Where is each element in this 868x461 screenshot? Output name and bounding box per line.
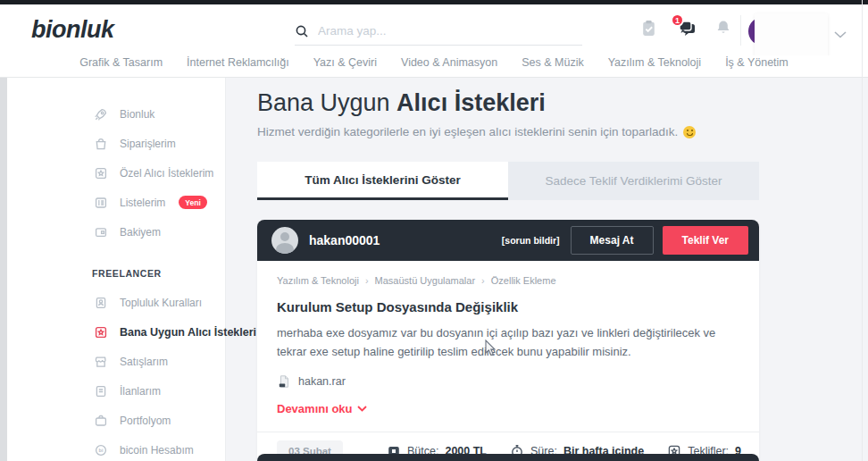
report-problem-link[interactable]: [sorun bildir] xyxy=(502,235,560,246)
sidebar-item-label: Özel Alıcı İsteklerim xyxy=(120,167,213,180)
yeni-badge: Yeni xyxy=(179,196,206,209)
make-offer-button[interactable]: Teklif Ver xyxy=(663,226,748,255)
search-bar[interactable] xyxy=(295,17,582,46)
briefcase-icon xyxy=(94,414,108,428)
sidebar-section-freelancer: FREELANCER xyxy=(92,268,225,279)
sidebar-item-bionluk[interactable]: Bionluk xyxy=(94,99,225,129)
next-request-card-peek[interactable] xyxy=(257,454,759,461)
person-badge-icon xyxy=(94,296,108,310)
nav-item-ses-muzik[interactable]: Ses & Müzik xyxy=(522,56,583,69)
request-description: merhaba exe dosyamız var bu dosyanın içi… xyxy=(277,323,739,362)
breadcrumb-item-subcategory[interactable]: Masaüstü Uygulamalar xyxy=(375,275,476,286)
sidebar-item-label: Topluluk Kuralları xyxy=(120,297,202,309)
sidebar-item-bakiyem[interactable]: Bakiyem xyxy=(94,217,225,247)
list-icon xyxy=(94,196,108,210)
breadcrumb: Yazılım & Teknoloji › Masaüstü Uygulamal… xyxy=(277,275,739,286)
sidebar-item-label: İlanlarım xyxy=(120,385,161,398)
search-icon xyxy=(295,24,309,38)
sidebar-item-siparislerim[interactable]: Siparişlerim xyxy=(94,129,225,158)
bag-icon xyxy=(94,137,108,151)
svg-text:bi: bi xyxy=(99,448,104,453)
sidebar-item-label: Portfolyom xyxy=(120,415,171,427)
smiley-emoji-icon: 😊 xyxy=(683,126,696,138)
nav-item-grafik-tasarim[interactable]: Grafik & Tasarım xyxy=(79,56,163,69)
star-square-icon xyxy=(94,166,108,180)
messages-icon[interactable]: 1 xyxy=(677,19,697,38)
tab-my-offers-only[interactable]: Sadece Teklif Verdiklerimi Göster xyxy=(508,162,759,200)
page-subtitle-text: Hizmet verdiğin kategorilerle en iyi eşl… xyxy=(257,125,678,138)
page-title: Bana Uygun Alıcı İstekleri xyxy=(257,89,759,117)
send-message-button[interactable]: Mesaj At xyxy=(571,226,654,255)
nav-item-yazilim-teknoloji[interactable]: Yazılım & Teknoloji xyxy=(608,56,701,69)
chevron-down-icon xyxy=(357,406,367,412)
rocket-icon xyxy=(94,107,108,122)
scrollbar-track[interactable] xyxy=(862,0,863,461)
nav-item-yazi-ceviri[interactable]: Yazı & Çeviri xyxy=(313,56,377,69)
mouse-cursor xyxy=(485,339,497,357)
sidebar-item-listelerim[interactable]: Listelerim Yeni xyxy=(94,188,225,217)
document-icon xyxy=(94,384,108,398)
page-subtitle: Hizmet verdiğin kategorilerle en iyi eşl… xyxy=(257,125,759,138)
account-chevron-down-icon[interactable] xyxy=(834,26,847,42)
sidebar-item-bicoin-hesabim[interactable]: bi bicoin Hesabım xyxy=(94,435,225,461)
nav-item-is-yonetim[interactable]: İş & Yönetim xyxy=(725,56,789,69)
page-title-regular: Bana Uygun xyxy=(257,89,396,116)
sidebar-item-ozel-alici-isteklerim[interactable]: Özel Alıcı İsteklerim xyxy=(94,158,225,188)
nav-item-internet-reklamciligi[interactable]: İnternet Reklamcılığı xyxy=(187,56,289,69)
main-content: Bana Uygun Alıcı İstekleri Hizmet verdiğ… xyxy=(257,78,759,461)
shop-icon xyxy=(94,355,108,369)
sidebar-item-label: Listelerim xyxy=(120,197,165,209)
tab-all-requests[interactable]: Tüm Alıcı İsteklerini Göster xyxy=(257,162,508,200)
attachment-row[interactable]: hakan.rar xyxy=(277,374,739,389)
tasks-icon[interactable] xyxy=(639,19,659,38)
request-card-header: hakan00001 [sorun bildir] Mesaj At Tekli… xyxy=(257,220,759,261)
sidebar-item-label: Bakiyem xyxy=(120,226,161,239)
sidebar-item-label: Siparişlerim xyxy=(120,138,176,150)
notifications-bell-icon[interactable] xyxy=(714,19,734,38)
unread-count-badge: 1 xyxy=(671,13,684,27)
category-nav: Grafik & Tasarım İnternet Reklamcılığı Y… xyxy=(0,55,868,78)
sidebar-item-label: Bionluk xyxy=(120,108,154,121)
sidebar-item-topluluk-kurallari[interactable]: Topluluk Kuralları xyxy=(94,288,225,317)
page-left-gutter xyxy=(0,78,7,461)
buyer-username[interactable]: hakan00001 xyxy=(309,233,502,247)
sidebar-item-ilanlarim[interactable]: İlanlarım xyxy=(94,376,225,406)
bicoin-icon: bi xyxy=(94,443,108,457)
app-header: bionluk 1 C# xyxy=(0,4,868,55)
sidebar-item-satislarim[interactable]: Satışlarım xyxy=(94,347,225,376)
page-title-bold: Alıcı İstekleri xyxy=(396,89,546,116)
star-square-icon xyxy=(94,325,108,339)
bionluk-logo[interactable]: bionluk xyxy=(31,16,114,44)
header-divider xyxy=(740,15,741,46)
read-more-link[interactable]: Devamını oku xyxy=(277,402,739,415)
breadcrumb-item-service[interactable]: Özellik Ekleme xyxy=(491,275,556,286)
sidebar-item-label: Bana Uygun Alıcı İstekleri xyxy=(120,326,256,339)
buyer-request-card: hakan00001 [sorun bildir] Mesaj At Tekli… xyxy=(257,220,759,461)
sidebar-item-portfolyom[interactable]: Portfolyom xyxy=(94,406,225,435)
request-title: Kurulum Setup Dosyasında Değişiklik xyxy=(277,299,739,314)
attachment-name[interactable]: hakan.rar xyxy=(298,375,346,388)
sidebar: Bionluk Siparişlerim Özel Alıcı İstekler… xyxy=(7,78,226,461)
sidebar-item-bana-uygun-alici-istekleri[interactable]: Bana Uygun Alıcı İstekleri xyxy=(94,317,225,347)
search-input[interactable] xyxy=(318,24,550,38)
sidebar-item-label: Satışlarım xyxy=(120,356,168,368)
breadcrumb-separator: › xyxy=(365,275,369,286)
wallet-icon xyxy=(94,225,108,239)
breadcrumb-separator: › xyxy=(481,275,485,286)
buyer-avatar[interactable] xyxy=(271,227,298,254)
rar-file-icon xyxy=(277,374,291,389)
request-tabs: Tüm Alıcı İsteklerini Göster Sadece Tekl… xyxy=(257,162,759,200)
nav-item-video-animasyon[interactable]: Video & Animasyon xyxy=(401,56,497,69)
breadcrumb-item-category[interactable]: Yazılım & Teknoloji xyxy=(277,275,359,286)
censored-username-region xyxy=(755,13,828,58)
read-more-label: Devamını oku xyxy=(277,402,353,415)
request-card-body: Yazılım & Teknoloji › Masaüstü Uygulamal… xyxy=(257,261,759,432)
sidebar-item-label: bicoin Hesabım xyxy=(120,444,194,457)
